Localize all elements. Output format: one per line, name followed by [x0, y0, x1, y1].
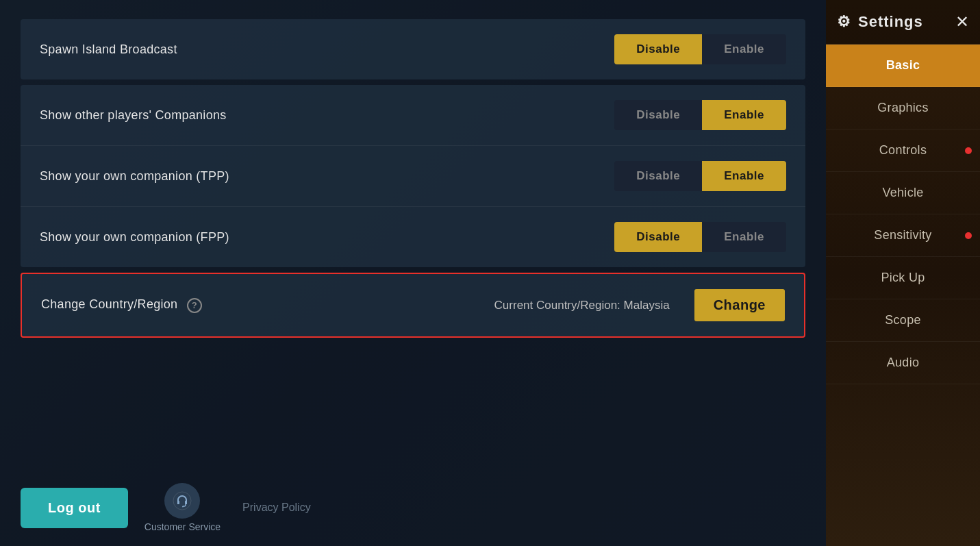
main-content: Spawn Island Broadcast Disable Enable Sh…	[0, 0, 826, 546]
sidebar-nav: Basic Graphics Controls Vehicle Sensitiv…	[826, 45, 980, 384]
logout-button[interactable]: Log out	[21, 488, 128, 528]
content-wrapper: Spawn Island Broadcast Disable Enable Sh…	[21, 14, 805, 532]
sidebar-item-audio[interactable]: Audio	[826, 342, 980, 384]
companions-enable-2[interactable]: Enable	[702, 161, 786, 191]
spawn-island-row: Spawn Island Broadcast Disable Enable	[21, 19, 805, 79]
companions-toggle-3: Disable Enable	[614, 222, 786, 252]
companions-row-1: Show other players' Companions Disable E…	[21, 85, 805, 146]
svg-point-0	[173, 492, 191, 510]
country-region-label: Change Country/Region ?	[41, 297, 202, 312]
companions-enable-1[interactable]: Enable	[702, 100, 786, 130]
country-region-section: Change Country/Region ? Current Country/…	[21, 273, 805, 338]
gear-icon: ⚙	[837, 13, 851, 31]
companions-label-3: Show your own companion (FPP)	[40, 230, 229, 245]
sensitivity-notification-dot	[965, 232, 972, 239]
privacy-policy-link[interactable]: Privacy Policy	[242, 501, 311, 514]
spawn-island-disable-btn[interactable]: Disable	[614, 34, 702, 64]
sidebar-title: ⚙ Settings	[837, 13, 923, 31]
companions-enable-3[interactable]: Enable	[702, 222, 786, 252]
companions-disable-3[interactable]: Disable	[614, 222, 702, 252]
customer-service-icon	[164, 483, 200, 519]
spawn-island-toggle: Disable Enable	[614, 34, 786, 64]
help-icon[interactable]: ?	[187, 298, 202, 313]
spawn-island-label: Spawn Island Broadcast	[40, 42, 177, 57]
companions-row-2: Show your own companion (TPP) Disable En…	[21, 146, 805, 207]
spawn-island-enable-btn[interactable]: Enable	[702, 34, 786, 64]
sidebar-item-basic[interactable]: Basic	[826, 45, 980, 87]
spawn-island-group: Spawn Island Broadcast Disable Enable	[21, 19, 805, 79]
current-country: Current Country/Region: Malaysia	[216, 299, 670, 312]
country-region-row: Change Country/Region ? Current Country/…	[22, 274, 804, 336]
customer-service-label: Customer Service	[145, 521, 221, 532]
companions-disable-2[interactable]: Disable	[614, 161, 702, 191]
companions-disable-1[interactable]: Disable	[614, 100, 702, 130]
companions-label-1: Show other players' Companions	[40, 108, 227, 123]
sidebar-item-scope[interactable]: Scope	[826, 299, 980, 342]
sidebar-item-pickup[interactable]: Pick Up	[826, 257, 980, 299]
sidebar-item-controls[interactable]: Controls	[826, 129, 980, 172]
settings-sidebar: ⚙ Settings ✕ Basic Graphics Controls Veh…	[826, 0, 980, 546]
svg-point-1	[182, 506, 184, 508]
companions-row-3: Show your own companion (FPP) Disable En…	[21, 207, 805, 267]
sidebar-item-sensitivity[interactable]: Sensitivity	[826, 214, 980, 257]
sidebar-item-vehicle[interactable]: Vehicle	[826, 172, 980, 214]
customer-service-button[interactable]: Customer Service	[145, 483, 221, 532]
bottom-bar: Log out Customer Service Privacy Policy	[21, 475, 805, 532]
close-icon[interactable]: ✕	[955, 12, 969, 32]
companions-label-2: Show your own companion (TPP)	[40, 169, 229, 184]
sidebar-item-graphics[interactable]: Graphics	[826, 87, 980, 129]
change-country-btn[interactable]: Change	[694, 289, 785, 321]
controls-notification-dot	[965, 147, 972, 154]
companions-toggle-1: Disable Enable	[614, 100, 786, 130]
companions-group: Show other players' Companions Disable E…	[21, 85, 805, 267]
sidebar-header: ⚙ Settings ✕	[826, 0, 980, 45]
companions-toggle-2: Disable Enable	[614, 161, 786, 191]
